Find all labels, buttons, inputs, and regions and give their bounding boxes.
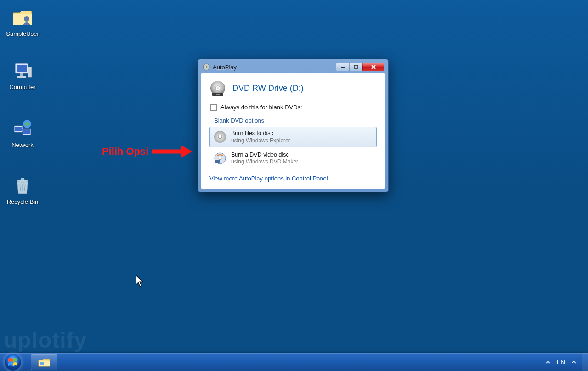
watermark-text: uplotify xyxy=(4,327,87,353)
annotation-callout: Pilih Opsi xyxy=(102,144,192,159)
svg-rect-9 xyxy=(23,129,30,134)
svg-text:DVD R: DVD R xyxy=(215,93,221,96)
svg-marker-13 xyxy=(181,145,192,158)
svg-rect-3 xyxy=(20,73,23,76)
svg-point-27 xyxy=(219,157,221,160)
svg-rect-4 xyxy=(17,76,26,78)
window-title: AutoPlay xyxy=(213,64,334,71)
svg-point-21 xyxy=(217,87,219,89)
option-title: Burn files to disc xyxy=(231,130,290,137)
computer-icon xyxy=(11,60,34,82)
desktop-icon-network[interactable]: Network xyxy=(2,118,43,149)
autoplay-title-icon xyxy=(203,63,210,71)
tray-chevron-button[interactable] xyxy=(570,358,578,366)
always-checkbox-row[interactable]: Always do this for blank DVDs: xyxy=(210,104,377,111)
svg-rect-18 xyxy=(354,65,358,68)
windows-orb-icon xyxy=(4,354,22,371)
option-burn-video[interactable]: Burn a DVD video disc using Windows DVD … xyxy=(209,148,377,169)
close-button[interactable] xyxy=(362,63,384,71)
section-label: Blank DVD options xyxy=(214,117,264,124)
minimize-button[interactable] xyxy=(336,63,350,71)
dvd-drive-icon: DVD R xyxy=(209,80,226,96)
taskbar-divider xyxy=(28,356,28,369)
arrow-right-icon xyxy=(151,144,192,159)
desktop-icon-computer[interactable]: Computer xyxy=(2,60,43,91)
mouse-cursor-icon xyxy=(135,275,144,287)
always-checkbox-label[interactable]: Always do this for blank DVDs: xyxy=(220,104,302,111)
network-icon xyxy=(11,118,34,140)
option-subtitle: using Windows DVD Maker xyxy=(231,158,298,165)
autoplay-window: AutoPlay xyxy=(198,59,389,192)
maximize-button[interactable] xyxy=(349,63,363,71)
folder-user-icon xyxy=(11,6,34,28)
chevron-up-icon xyxy=(546,360,550,365)
svg-point-0 xyxy=(24,16,29,22)
desktop-icon-label: Computer xyxy=(9,84,35,91)
desktop-icon-label: Recycle Bin xyxy=(7,198,39,206)
desktop-icon-recycle-bin[interactable]: Recycle Bin xyxy=(2,174,43,206)
option-subtitle: using Windows Explorer xyxy=(231,137,290,144)
svg-point-29 xyxy=(5,354,21,371)
dvd-maker-icon xyxy=(214,152,226,165)
svg-rect-30 xyxy=(40,362,44,365)
drive-header: DVD R DVD RW Drive (D:) xyxy=(209,80,377,96)
taskbar: EN xyxy=(0,353,588,371)
window-titlebar[interactable]: AutoPlay xyxy=(201,62,385,73)
option-title: Burn a DVD video disc xyxy=(231,152,298,159)
svg-rect-5 xyxy=(28,67,32,77)
recycle-bin-icon xyxy=(11,174,34,197)
svg-point-25 xyxy=(218,135,222,139)
chevron-up-icon xyxy=(571,360,576,365)
system-tray: EN xyxy=(544,358,582,366)
tray-overflow-button[interactable] xyxy=(544,358,552,366)
svg-rect-2 xyxy=(17,65,27,72)
svg-rect-7 xyxy=(15,127,22,131)
disc-icon xyxy=(214,130,226,143)
language-indicator[interactable]: EN xyxy=(557,359,565,365)
drive-title: DVD RW Drive (D:) xyxy=(232,84,304,93)
desktop-icon-label: Network xyxy=(11,141,34,149)
show-desktop-button[interactable] xyxy=(582,353,588,371)
control-panel-link[interactable]: View more AutoPlay options in Control Pa… xyxy=(209,175,328,182)
always-checkbox[interactable] xyxy=(210,104,217,111)
explorer-icon xyxy=(38,357,51,368)
start-button[interactable] xyxy=(0,353,26,371)
desktop-icon-user-folder[interactable]: SampleUser xyxy=(2,6,43,38)
annotation-text: Pilih Opsi xyxy=(102,146,148,157)
desktop-icon-label: SampleUser xyxy=(6,30,39,38)
window-client-area: DVD R DVD RW Drive (D:) Always do this f… xyxy=(201,73,385,189)
option-burn-files[interactable]: Burn files to disc using Windows Explore… xyxy=(209,127,377,147)
taskbar-explorer-button[interactable] xyxy=(31,354,57,370)
svg-rect-28 xyxy=(215,160,220,163)
